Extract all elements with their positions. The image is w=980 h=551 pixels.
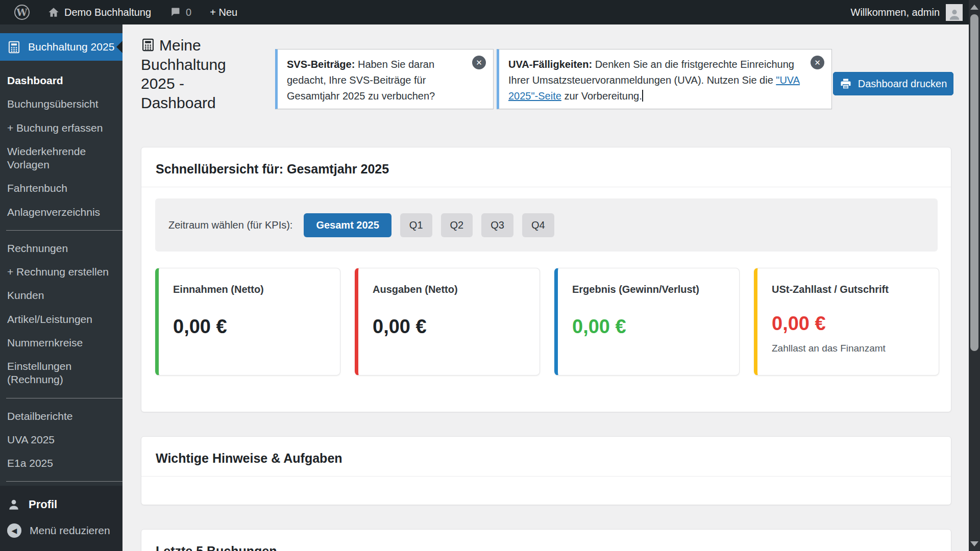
kpi-value: 0,00 € xyxy=(772,313,939,335)
page-title: Meine Buchhaltung 2025 - Dashboard xyxy=(141,36,253,112)
calculator-icon xyxy=(141,38,155,52)
period-button-gesamt-2025[interactable]: Gesamt 2025 xyxy=(304,213,391,237)
kpi-label: USt-Zahllast / Gutschrift xyxy=(772,284,939,295)
kpi-label: Einnahmen (Netto) xyxy=(173,284,340,295)
sidebar-item-anlagenverzeichnis[interactable]: Anlagenverzeichnis xyxy=(0,201,122,224)
period-button-q4[interactable]: Q4 xyxy=(522,213,554,237)
user-icon xyxy=(7,498,20,511)
admin-sidebar: Buchhaltung 2025 Dashboard Buchungsübers… xyxy=(0,24,122,551)
sidebar-item-e1a-2025[interactable]: E1a 2025 xyxy=(0,452,122,475)
kpi-label: Ausgaben (Netto) xyxy=(373,284,540,295)
period-buttons: Gesamt 2025 Q1 Q2 Q3 Q4 xyxy=(304,213,554,237)
profil-label: Profil xyxy=(29,498,57,511)
sidebar-item-rechnung-erstellen[interactable]: + Rechnung erstellen xyxy=(0,260,122,284)
user-avatar[interactable] xyxy=(946,4,963,21)
kpi-value: 0,00 € xyxy=(173,316,340,338)
kpi-label: Ergebnis (Gewinn/Verlust) xyxy=(572,284,739,295)
notice-title: UVA-Fälligkeiten: xyxy=(508,59,592,70)
period-button-q1[interactable]: Q1 xyxy=(400,213,432,237)
welcome-label[interactable]: Willkommen, admin xyxy=(851,7,940,18)
dismiss-notice-button[interactable]: ✕ xyxy=(472,56,486,69)
sidebar-item-detailberichte[interactable]: Detailberichte xyxy=(0,405,122,428)
kpi-caption: Zahllast an das Finanzamt xyxy=(772,343,939,354)
home-icon xyxy=(48,7,59,18)
dismiss-notice-button[interactable]: ✕ xyxy=(811,56,824,69)
sidebar-item-buchungsuebersicht[interactable]: Buchungsübersicht xyxy=(0,92,122,116)
period-button-q2[interactable]: Q2 xyxy=(441,213,473,237)
scrollbar-down-arrow[interactable] xyxy=(970,541,978,546)
kpi-cards-row: Einnahmen (Netto) 0,00 € Ausgaben (Netto… xyxy=(155,268,939,375)
sidebar-item-nummernkreise[interactable]: Nummernkreise xyxy=(0,331,122,355)
sidebar-submenu: Dashboard Buchungsübersicht + Buchung er… xyxy=(0,61,122,535)
comment-bubble-icon xyxy=(169,7,181,18)
scrollbar-up-arrow[interactable] xyxy=(970,5,978,10)
tasks-heading: Wichtige Hinweise & Aufgaben xyxy=(141,437,951,476)
overview-heading: Schnellübersicht für: Gesamtjahr 2025 xyxy=(141,147,951,187)
sidebar-item-buchung-erfassen[interactable]: + Buchung erfassen xyxy=(0,116,122,140)
period-label: Zeitraum wählen (für KPIs): xyxy=(168,219,292,231)
sidebar-item-profil[interactable]: Profil xyxy=(0,492,122,517)
notice-text: zur Vorbereitung. xyxy=(561,90,642,102)
main-content: Meine Buchhaltung 2025 - Dashboard SVS-B… xyxy=(122,24,969,551)
period-button-q3[interactable]: Q3 xyxy=(481,213,513,237)
sidebar-divider xyxy=(6,481,122,482)
sidebar-item-einstellungen-rechnung[interactable]: Einstellungen (Rechnung) xyxy=(0,355,122,392)
wp-admin-bar: W Demo Buchhaltung 0 + Neu Willkommen, a… xyxy=(0,0,969,24)
admin-bar-left: W Demo Buchhaltung 0 + Neu xyxy=(0,0,244,24)
scrollbar-thumb[interactable] xyxy=(970,14,978,351)
sidebar-item-artikel-leistungen[interactable]: Artikel/Leistungen xyxy=(0,308,122,331)
wordpress-menu-button[interactable]: W xyxy=(7,0,37,24)
period-selector: Zeitraum wählen (für KPIs): Gesamt 2025 … xyxy=(155,198,938,252)
sidebar-item-rechnungen[interactable]: Rechnungen xyxy=(0,237,122,260)
sidebar-item-fahrtenbuch[interactable]: Fahrtenbuch xyxy=(0,177,122,200)
kpi-card-einnahmen: Einnahmen (Netto) 0,00 € xyxy=(155,268,340,375)
notice-uva-faelligkeiten: UVA-Fälligkeiten: Denken Sie an die fris… xyxy=(497,49,832,109)
sidebar-item-uva-2025[interactable]: UVA 2025 xyxy=(0,428,122,452)
sidebar-divider xyxy=(6,398,122,398)
text-cursor xyxy=(642,90,643,102)
collapse-menu-button[interactable]: ◀ Menü reduzieren xyxy=(0,517,122,544)
panel-divider xyxy=(141,187,951,187)
site-name-button[interactable]: Demo Buchhaltung xyxy=(41,0,158,24)
new-content-label: + Neu xyxy=(210,7,237,18)
notice-svs-beitraege: SVS-Beiträge: Haben Sie daran gedacht, I… xyxy=(275,49,494,109)
calculator-icon xyxy=(7,40,21,54)
new-content-button[interactable]: + Neu xyxy=(203,0,244,24)
comments-count: 0 xyxy=(186,7,191,18)
admin-bar-right: Willkommen, admin xyxy=(851,4,969,21)
kpi-card-ust-zahllast: USt-Zahllast / Gutschrift 0,00 € Zahllas… xyxy=(754,268,939,375)
printer-icon xyxy=(840,78,852,90)
tasks-panel: Wichtige Hinweise & Aufgaben xyxy=(141,436,951,505)
kpi-value: 0,00 € xyxy=(572,316,739,338)
print-dashboard-button[interactable]: Dashboard drucken xyxy=(833,72,953,95)
sidebar-bottom-section: Profil ◀ Menü reduzieren xyxy=(0,486,122,551)
notice-title: SVS-Beiträge: xyxy=(287,59,355,70)
collapse-arrow-icon: ◀ xyxy=(7,523,21,538)
panel-divider xyxy=(141,476,951,477)
kpi-card-ergebnis: Ergebnis (Gewinn/Verlust) 0,00 € xyxy=(554,268,740,375)
sidebar-item-dashboard[interactable]: Dashboard xyxy=(0,69,122,92)
sidebar-plugin-title: Buchhaltung 2025 xyxy=(28,41,114,53)
sidebar-item-wiederkehrende-vorlagen[interactable]: Wiederkehrende Vorlagen xyxy=(0,140,122,177)
collapse-menu-label: Menü reduzieren xyxy=(30,524,110,537)
overview-panel: Schnellübersicht für: Gesamtjahr 2025 Ze… xyxy=(141,147,951,412)
sidebar-item-kunden[interactable]: Kunden xyxy=(0,284,122,307)
comments-button[interactable]: 0 xyxy=(162,0,199,24)
vertical-scrollbar[interactable] xyxy=(969,0,980,551)
sidebar-item-buchhaltung-2025[interactable]: Buchhaltung 2025 xyxy=(0,33,122,61)
kpi-card-ausgaben: Ausgaben (Netto) 0,00 € xyxy=(355,268,540,375)
recent-bookings-panel: Letzte 5 Buchungen xyxy=(141,529,951,551)
site-name-label: Demo Buchhaltung xyxy=(64,7,151,18)
sidebar-divider xyxy=(6,230,122,231)
recent-bookings-heading: Letzte 5 Buchungen xyxy=(141,530,951,551)
kpi-value: 0,00 € xyxy=(373,316,540,338)
wordpress-logo-icon: W xyxy=(14,5,30,20)
print-dashboard-label: Dashboard drucken xyxy=(858,78,947,90)
